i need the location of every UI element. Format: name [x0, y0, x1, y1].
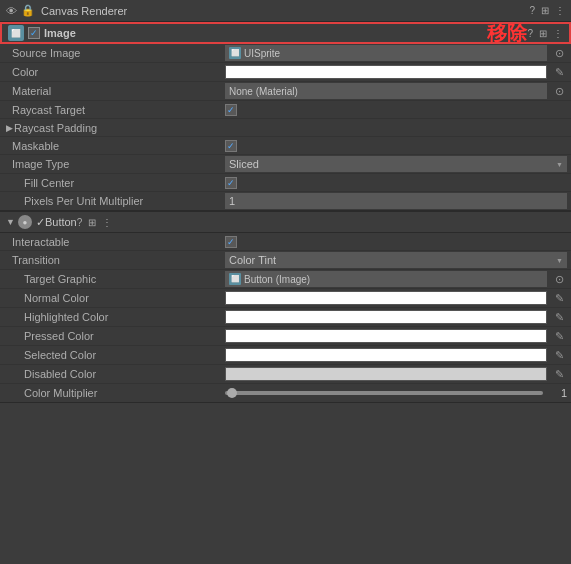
fill-center-row: Fill Center ✓ [0, 174, 571, 192]
button-help-icon[interactable]: ? [77, 217, 83, 228]
color-multiplier-slider[interactable] [225, 391, 543, 395]
source-image-label: Source Image [0, 47, 225, 59]
pixels-per-unit-value [225, 193, 571, 209]
image-section-label: Image [44, 27, 483, 39]
raycast-padding-label: Raycast Padding [10, 122, 235, 134]
image-type-value: Simple Sliced Tiled Filled [225, 156, 571, 172]
uisprite-icon: ⬜ [229, 47, 241, 59]
normal-color-label: Normal Color [0, 292, 225, 304]
transition-value: None Color Tint Sprite Swap Animation [225, 252, 571, 268]
transition-row: Transition None Color Tint Sprite Swap A… [0, 251, 571, 270]
target-graphic-label: Target Graphic [0, 273, 225, 285]
raycast-padding-row: ▶ Raycast Padding [0, 119, 571, 137]
color-multiplier-slider-wrapper: 1 [225, 387, 567, 399]
image-tune-icon[interactable]: ⊞ [539, 28, 547, 39]
fill-center-value: ✓ [225, 177, 571, 189]
button-tune-icon[interactable]: ⊞ [88, 217, 96, 228]
material-text: None (Material) [229, 86, 298, 97]
image-section-right-icons: ? ⊞ ⋮ [527, 28, 563, 39]
highlighted-color-picker[interactable]: ✎ [551, 309, 567, 325]
button-props-area: Interactable ✓ Transition None Color Tin… [0, 233, 571, 403]
normal-color-row: Normal Color ✎ [0, 289, 571, 308]
selected-color-row: Selected Color ✎ [0, 346, 571, 365]
source-image-text: UISprite [244, 48, 280, 59]
raycast-target-value: ✓ [225, 104, 571, 116]
image-type-dropdown[interactable]: Simple Sliced Tiled Filled [225, 156, 567, 172]
canvas-renderer-right-icons: ? ⊞ ⋮ [529, 5, 565, 16]
pressed-color-swatch[interactable] [225, 329, 547, 343]
disabled-color-label: Disabled Color [0, 368, 225, 380]
button-menu-icon[interactable]: ⋮ [102, 217, 112, 228]
color-row: Color ✎ [0, 63, 571, 82]
selected-color-swatch[interactable] [225, 348, 547, 362]
material-value: None (Material) ⊙ [225, 83, 571, 99]
help-icon[interactable]: ? [529, 5, 535, 16]
button-section-arrow[interactable]: ▼ [6, 217, 15, 227]
image-section-header: ⬜ ✓ Image 移除 ? ⊞ ⋮ [0, 22, 571, 44]
maskable-row: Maskable ✓ [0, 137, 571, 155]
image-type-dropdown-wrapper: Simple Sliced Tiled Filled [225, 156, 567, 172]
disabled-color-picker[interactable]: ✎ [551, 366, 567, 382]
material-field[interactable]: None (Material) [225, 83, 547, 99]
pressed-color-picker[interactable]: ✎ [551, 328, 567, 344]
raycast-padding-arrow[interactable]: ▶ [0, 123, 10, 133]
source-image-target-icon[interactable]: ⊙ [551, 45, 567, 61]
canvas-renderer-left-icons: 👁 🔒 [6, 4, 35, 17]
transition-dropdown[interactable]: None Color Tint Sprite Swap Animation [225, 252, 567, 268]
source-image-value: ⬜ UISprite ⊙ [225, 45, 571, 61]
color-swatch[interactable] [225, 65, 547, 79]
disabled-color-value: ✎ [225, 366, 571, 382]
target-graphic-field[interactable]: ⬜ Button (Image) [225, 271, 547, 287]
button-circle-inner: ● [23, 218, 28, 227]
menu-icon[interactable]: ⋮ [555, 5, 565, 16]
canvas-renderer-title: Canvas Renderer [41, 5, 529, 17]
color-picker-icon[interactable]: ✎ [551, 64, 567, 80]
color-value: ✎ [225, 64, 571, 80]
pressed-color-row: Pressed Color ✎ [0, 327, 571, 346]
target-graphic-text: Button (Image) [244, 274, 310, 285]
fill-center-checkbox[interactable]: ✓ [225, 177, 237, 189]
interactable-row: Interactable ✓ [0, 233, 571, 251]
selected-color-label: Selected Color [0, 349, 225, 361]
pixels-per-unit-input[interactable] [225, 193, 567, 209]
color-multiplier-val: 1 [547, 387, 567, 399]
image-type-row: Image Type Simple Sliced Tiled Filled [0, 155, 571, 174]
maskable-checkbox[interactable]: ✓ [225, 140, 237, 152]
image-help-icon[interactable]: ? [527, 28, 533, 39]
normal-color-picker[interactable]: ✎ [551, 290, 567, 306]
button-section-icon: ● [18, 215, 32, 229]
interactable-checkbox[interactable]: ✓ [225, 236, 237, 248]
image-type-label: Image Type [0, 158, 225, 170]
lock-icon[interactable]: 🔒 [21, 4, 35, 17]
button-image-icon: ⬜ [229, 273, 241, 285]
normal-color-value: ✎ [225, 290, 571, 306]
target-graphic-target-icon[interactable]: ⊙ [551, 271, 567, 287]
tune-icon[interactable]: ⊞ [541, 5, 549, 16]
source-image-field[interactable]: ⬜ UISprite [225, 45, 547, 61]
target-graphic-value: ⬜ Button (Image) ⊙ [225, 271, 571, 287]
highlighted-color-label: Highlighted Color [0, 311, 225, 323]
color-multiplier-value: 1 [225, 387, 571, 399]
button-section-label: Button [45, 216, 77, 228]
color-label: Color [0, 66, 225, 78]
fill-center-label: Fill Center [0, 177, 225, 189]
material-row: Material None (Material) ⊙ [0, 82, 571, 101]
disabled-color-swatch[interactable] [225, 367, 547, 381]
highlighted-color-swatch[interactable] [225, 310, 547, 324]
interactable-label: Interactable [0, 236, 225, 248]
selected-color-picker[interactable]: ✎ [551, 347, 567, 363]
eye-icon[interactable]: 👁 [6, 5, 17, 17]
normal-color-swatch[interactable] [225, 291, 547, 305]
remove-label: 移除 [487, 20, 527, 47]
image-props-area: Source Image ⬜ UISprite ⊙ Color ✎ Materi… [0, 44, 571, 211]
color-multiplier-label: Color Multiplier [0, 387, 225, 399]
source-image-row: Source Image ⬜ UISprite ⊙ [0, 44, 571, 63]
material-label: Material [0, 85, 225, 97]
image-menu-icon[interactable]: ⋮ [553, 28, 563, 39]
material-target-icon[interactable]: ⊙ [551, 83, 567, 99]
raycast-target-checkbox[interactable]: ✓ [225, 104, 237, 116]
canvas-renderer-bar: 👁 🔒 Canvas Renderer ? ⊞ ⋮ [0, 0, 571, 22]
image-checkbox[interactable]: ✓ [28, 27, 40, 39]
button-checkbox[interactable]: ✓ [36, 216, 45, 229]
transition-dropdown-wrapper: None Color Tint Sprite Swap Animation [225, 252, 567, 268]
